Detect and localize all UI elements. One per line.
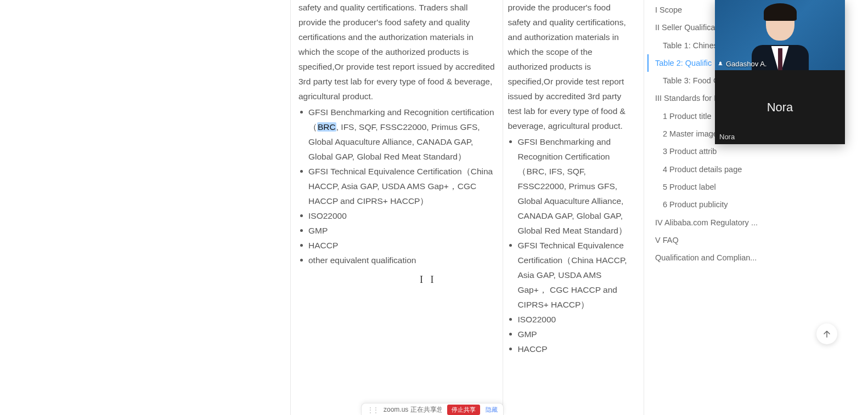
toc-regulatory[interactable]: IV Alibaba.com Regulatory ... <box>655 214 770 231</box>
cert-list-left: GFSI Benchmarking and Recognition certif… <box>298 105 496 268</box>
document-content: safety and quality certifications. Trade… <box>291 0 644 415</box>
toc-product-details[interactable]: 4 Product details page <box>655 161 770 178</box>
toc-product-publicity[interactable]: 6 Product publicity <box>655 196 770 213</box>
text-cursor-icon: I I <box>420 274 434 286</box>
participant-name-large: Nora <box>767 100 793 115</box>
list-item: HACCP <box>308 238 496 253</box>
list-item: GFSI Benchmarking and Recognition certif… <box>308 105 496 164</box>
intro-text-left: safety and quality certifications. Trade… <box>298 0 496 104</box>
list-item: GFSI Technical Equivalence Certification… <box>308 164 496 208</box>
list-item: ISO22000 <box>308 208 496 223</box>
toc-qualification-compliance[interactable]: Qualification and Complian... <box>655 249 770 266</box>
list-item: GFSI Benchmarking and Recognition Certif… <box>517 134 634 238</box>
highlighted-text: BRC <box>317 122 336 132</box>
participant-name-tag: Gadashov A. <box>717 60 766 68</box>
list-item: ISO22000 <box>517 312 634 327</box>
list-item: other equivalent qualification <box>308 253 496 268</box>
table-column-left: safety and quality certifications. Trade… <box>291 0 503 415</box>
arrow-up-icon <box>822 329 831 338</box>
cert-list-right: GFSI Benchmarking and Recognition Certif… <box>508 134 634 356</box>
list-item: GMP <box>517 327 634 342</box>
toc-faq[interactable]: V FAQ <box>655 231 770 249</box>
list-item: HACCP <box>517 342 634 356</box>
participant-video-top[interactable]: Gadashov A. <box>715 0 845 70</box>
participant-video-bottom[interactable]: Nora Nora <box>715 70 845 144</box>
hide-bar-link[interactable]: 隐藏 <box>486 406 498 414</box>
left-gutter <box>0 0 291 415</box>
table-column-right: provide the producer's food safety and q… <box>503 0 644 415</box>
pin-icon <box>717 61 724 67</box>
scroll-to-top-button[interactable] <box>816 323 837 344</box>
list-item: GMP <box>308 223 496 238</box>
share-status-text: zoom.us 正在共享您的屏幕 <box>384 405 442 414</box>
drag-handle-icon[interactable]: ⋮⋮ <box>367 406 378 414</box>
toc-product-label[interactable]: 5 Product label <box>655 178 770 196</box>
zoom-share-bar[interactable]: ⋮⋮ zoom.us 正在共享您的屏幕 停止共享 隐藏 <box>361 403 504 415</box>
participant-name-small: Nora <box>719 133 735 141</box>
video-call-overlay[interactable]: Gadashov A. Nora Nora <box>715 0 845 144</box>
toc-product-attributes[interactable]: 3 Product attrib <box>655 143 770 160</box>
stop-share-button[interactable]: 停止共享 <box>447 405 480 415</box>
list-item: GFSI Technical Equivalence Certification… <box>517 238 634 312</box>
intro-text-right: provide the producer's food safety and q… <box>508 0 634 133</box>
